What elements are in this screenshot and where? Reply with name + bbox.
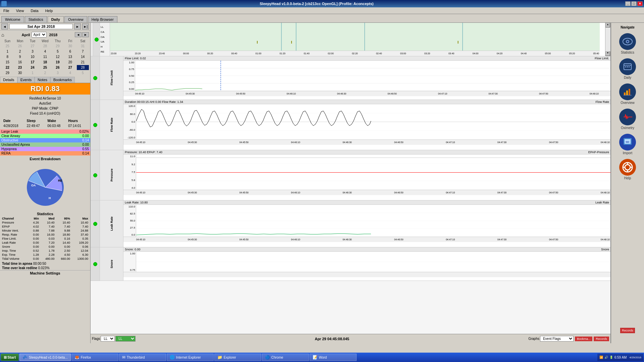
close-button[interactable]: ✕ (637, 1, 643, 6)
cal-day-28[interactable]: 28 (77, 65, 89, 70)
scroll-track[interactable] (605, 27, 610, 51)
cal-day-26[interactable]: 26 (52, 65, 64, 70)
taskbar-word[interactable]: 📝 Word (310, 354, 357, 361)
svg-text:RE: RE (58, 179, 62, 182)
tab-overview[interactable]: Overview (64, 16, 87, 22)
taskbar-firefox[interactable]: 🦊 Firefox (71, 354, 118, 361)
cal-day-30[interactable]: 30 (14, 70, 26, 75)
nav-overview-item[interactable]: Overview (612, 82, 643, 106)
cal-day-23[interactable]: 23 (14, 65, 26, 70)
navigate-label: Navigate (619, 24, 636, 31)
calendar-next-button[interactable]: ► (82, 32, 89, 37)
cal-day-2[interactable]: 2 (14, 49, 26, 54)
start-button[interactable]: ⊞ Start (1, 354, 19, 361)
tray-battery-icon: 🔋 (609, 356, 613, 359)
taskbar-thunderbird[interactable]: ✉ Thunderbird (119, 354, 166, 361)
tab-statistics[interactable]: Statistics (25, 16, 47, 22)
sleep-stats: Date Sleep Wake Hours 4/28/2018 22:49:47… (0, 117, 90, 129)
cal-day-30-prev[interactable]: 30 (64, 44, 76, 49)
tab-notes[interactable]: Notes (35, 77, 50, 83)
cal-day-13[interactable]: 13 (64, 54, 76, 59)
cal-day-29[interactable]: 29 (1, 70, 13, 75)
taskbar-ie[interactable]: 🌐 Internet Explorer (167, 354, 214, 361)
cal-day-29-prev[interactable]: 29 (52, 44, 64, 49)
cal-day-25-prev[interactable]: 25 (1, 44, 13, 49)
window-controls[interactable]: _ □ ✕ (625, 1, 643, 6)
stat-date-header: Date (3, 119, 25, 123)
cal-day-25[interactable]: 25 (39, 65, 51, 70)
date-back-button[interactable]: ◄ (1, 23, 8, 29)
cal-day-5-next[interactable]: 5 (77, 70, 89, 75)
cal-day-4-next[interactable]: 4 (64, 70, 76, 75)
tab-daily[interactable]: Daily (48, 16, 64, 22)
cal-day-27-prev[interactable]: 27 (26, 44, 39, 49)
cal-day-20[interactable]: 20 (64, 60, 76, 65)
cal-day-14[interactable]: 14 (77, 54, 89, 59)
charts-container[interactable]: LL CA OA UA H RE (91, 23, 610, 334)
cal-day-3[interactable]: 3 (26, 49, 39, 54)
date-jump-button[interactable]: ►| (82, 23, 89, 29)
day-header-thu: Thu (52, 39, 64, 43)
tab-details[interactable]: Details (0, 77, 17, 83)
flags-dropdown[interactable]: LL (101, 336, 115, 342)
menu-data[interactable]: Data (29, 8, 40, 13)
nav-daily-item[interactable]: Daily (612, 57, 643, 81)
cal-day-8[interactable]: 8 (1, 54, 13, 59)
home-icon[interactable]: ⌂ (1, 32, 4, 38)
cal-day-2-next[interactable]: 2 (39, 70, 51, 75)
nav-import-item[interactable]: SD Import (612, 132, 643, 156)
cal-day-27[interactable]: 27 (64, 65, 76, 70)
cal-day-10[interactable]: 10 (26, 54, 39, 59)
calendar-month-select[interactable]: April (32, 32, 47, 38)
snore-header-left: Snore: 0.00 (125, 248, 141, 251)
calendar-prev-button[interactable]: ◄ (75, 32, 82, 37)
nav-oximetry-item[interactable]: Oximetry (612, 107, 643, 131)
cal-day-12[interactable]: 12 (52, 54, 64, 59)
cal-day-11[interactable]: 11 (39, 54, 51, 59)
leak-y-82.5: 82.5 (124, 212, 135, 215)
cal-day-17[interactable]: 17 (26, 60, 39, 65)
explorer-icon: 📁 (217, 355, 222, 360)
tab-events[interactable]: Events (17, 77, 35, 83)
cal-day-7[interactable]: 7 (77, 49, 89, 54)
cal-day-1-next[interactable]: 1 (26, 70, 39, 75)
cal-day-4[interactable]: 4 (39, 49, 51, 54)
taskbar-explorer[interactable]: 📁 Explorer (214, 354, 261, 361)
menu-view[interactable]: View (14, 8, 26, 13)
cal-day-24[interactable]: 24 (26, 65, 39, 70)
cal-day-3-next[interactable]: 3 (52, 70, 64, 75)
cal-day-16[interactable]: 16 (14, 60, 26, 65)
cal-day-26-prev[interactable]: 26 (14, 44, 26, 49)
flags-color-dropdown[interactable]: LL (115, 336, 136, 342)
date-forward-button[interactable]: ► (74, 23, 81, 29)
cal-day-9[interactable]: 9 (14, 54, 26, 59)
tab-help-browser[interactable]: Help Browser (88, 16, 117, 22)
cal-day-18[interactable]: 18 (39, 60, 51, 65)
taskbar-chrome[interactable]: 🔵 Chrome (262, 354, 309, 361)
cal-day-6[interactable]: 6 (64, 49, 76, 54)
tab-welcome[interactable]: Welcome (1, 16, 24, 22)
bookmarks-button[interactable]: Bookma... (575, 337, 593, 341)
cal-day-1[interactable]: 1 (1, 49, 13, 54)
graphs-dropdown[interactable]: Event Flags (540, 336, 574, 342)
menu-file[interactable]: File (1, 8, 11, 13)
minimize-button[interactable]: _ (625, 1, 631, 6)
cal-day-22[interactable]: 22 (1, 65, 13, 70)
nav-help-item[interactable]: Help (612, 158, 643, 181)
cal-day-31-prev[interactable]: 31 (77, 44, 89, 49)
records-button[interactable]: Records (594, 337, 609, 341)
nav-statistics-item[interactable]: Statistics (612, 32, 643, 56)
cal-day-21[interactable]: 21 (77, 60, 89, 65)
scroll-up-button[interactable]: ▲ (605, 23, 610, 27)
cal-day-15[interactable]: 15 (1, 60, 13, 65)
scroll-down-button[interactable]: ▼ (605, 51, 610, 56)
menu-help[interactable]: Help (43, 8, 55, 13)
maximize-button[interactable]: □ (631, 1, 637, 6)
tab-bookmarks[interactable]: Bookmarks (50, 77, 75, 83)
cal-day-28-prev[interactable]: 28 (39, 44, 51, 49)
taskbar-sleepyhead[interactable]: 💤 SleepyHead v1.0.0-beta... (19, 354, 71, 361)
chart-scrollbar[interactable]: ▲ ▼ (605, 23, 610, 56)
records-sidebar-button[interactable]: Records (620, 328, 635, 333)
cal-day-19[interactable]: 19 (52, 60, 64, 65)
cal-day-5[interactable]: 5 (52, 49, 64, 54)
